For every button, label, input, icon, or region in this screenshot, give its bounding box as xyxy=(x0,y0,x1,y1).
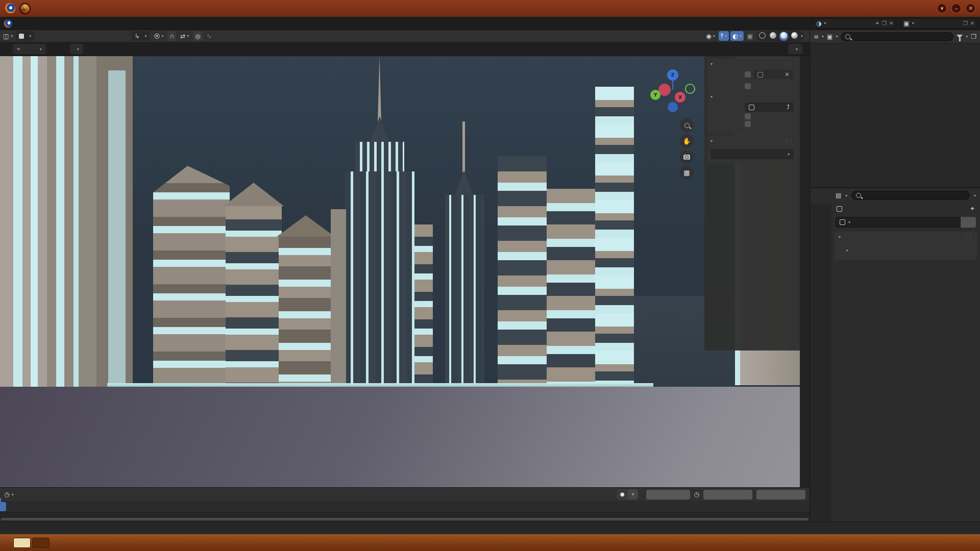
remove-layer-icon[interactable]: ✕ xyxy=(970,20,974,26)
window-menu-button[interactable]: ▾ xyxy=(937,3,947,14)
cursor-panel: ▾⋮⋮ ▾ xyxy=(707,136,797,163)
horizon-ledge xyxy=(107,383,653,387)
shading-material-preview-icon[interactable] xyxy=(779,32,788,41)
lock-3d-cursor-checkbox[interactable] xyxy=(745,113,751,119)
properties-display-icon[interactable]: ▤ xyxy=(836,192,841,199)
local-camera-field[interactable]: ✕ xyxy=(753,70,794,79)
gizmo-neg-y-axis[interactable] xyxy=(685,84,695,94)
timeline-ruler[interactable]: › xyxy=(0,501,810,512)
pan-button[interactable]: ✋ xyxy=(680,134,694,148)
outliner-filter-icon[interactable]: ▣ xyxy=(827,33,832,40)
snap-settings-dropdown[interactable]: ⇄▾ xyxy=(178,31,191,41)
cursor-panel-header[interactable]: ▾⋮⋮ xyxy=(710,138,794,145)
gizmo-neg-z-axis[interactable] xyxy=(668,102,678,112)
pivot-point-dropdown[interactable]: ⦿▾ xyxy=(152,31,165,41)
use-preview-range-icon[interactable]: ◷ xyxy=(694,491,699,498)
workspace-1[interactable] xyxy=(13,538,31,548)
zoom-button[interactable] xyxy=(680,118,694,132)
delta-transform-section[interactable]: ▸ xyxy=(842,245,973,255)
status-bar xyxy=(0,521,980,534)
editor-type-icon[interactable]: ◫ xyxy=(3,33,9,40)
building-far-left xyxy=(0,56,47,388)
sidebar-n-panel: ▾⋮⋮ ✕ ▾ ⤴ xyxy=(704,56,800,350)
unlink-scene-icon[interactable]: ✕ xyxy=(889,20,893,26)
outliner-header: ≡▾ ▣▾ ▾ ❐ xyxy=(810,30,980,43)
properties-search-input[interactable] xyxy=(851,191,970,200)
breadcrumb: ✦ xyxy=(831,203,980,215)
outliner-display-mode-icon[interactable]: ≡ xyxy=(814,33,819,40)
proportional-falloff-icon[interactable]: ∿ xyxy=(205,31,214,41)
users-count-badge[interactable] xyxy=(961,217,976,228)
gizmo-z-axis[interactable]: Z xyxy=(667,69,678,81)
transform-orientation-dropdown[interactable]: ↳ ▾ xyxy=(131,31,150,41)
window-close-button[interactable]: ✕ xyxy=(965,3,976,14)
render-region-checkbox[interactable] xyxy=(745,83,751,89)
building-bright-tower xyxy=(595,87,634,388)
timeline-header: ◷▾ ● ▾ ◷ xyxy=(0,488,810,501)
workspace-2[interactable] xyxy=(32,538,50,548)
tool-settings-bar: ⌖ ▾ ▾ ▾ xyxy=(0,42,810,56)
show-overlays-toggle[interactable]: ◐▾ xyxy=(730,31,744,41)
current-frame-field[interactable] xyxy=(646,490,690,499)
building-cluster-pyramids xyxy=(226,173,333,388)
camera-view-button[interactable] xyxy=(680,150,694,164)
outliner-filter-funnel-icon[interactable] xyxy=(957,35,963,38)
gizmo-x-axis[interactable]: X xyxy=(675,92,685,103)
eyedropper-icon[interactable]: ⤴ xyxy=(787,104,790,111)
scene-selector[interactable]: ◑▾ ✦ ❐ ✕ xyxy=(814,18,896,29)
shading-solid-icon[interactable] xyxy=(769,32,777,41)
properties-editor: ▤▾ ▾ ✦ ▾ ▾⋮⋮ ▸ xyxy=(810,187,980,521)
3d-viewport[interactable]: Z Y X ✋ ▦ ▾⋮⋮ ✕ xyxy=(0,56,810,487)
lock-to-object-field[interactable]: ⤴ xyxy=(745,103,794,112)
pin-icon[interactable]: ✦ xyxy=(875,20,879,26)
auto-keying-record-button[interactable]: ● xyxy=(617,489,628,499)
properties-options-dropdown[interactable]: ▾ xyxy=(974,193,976,198)
view-layer-icon: ▣ xyxy=(903,20,909,27)
auto-keying-dropdown[interactable]: ▾ xyxy=(628,489,638,499)
perspective-toggle-button[interactable]: ▦ xyxy=(680,166,694,180)
view-layer-selector[interactable]: ▣▾ ❐ ✕ xyxy=(901,18,977,29)
new-scene-icon[interactable]: ❐ xyxy=(882,20,887,26)
pin-id-icon[interactable]: ✦ xyxy=(970,205,975,212)
top-menu-bar: ◑▾ ✦ ❐ ✕ ▣▾ ❐ ✕ xyxy=(0,17,980,30)
playhead-line xyxy=(0,498,1,508)
object-name-field[interactable]: ▾ xyxy=(836,217,961,228)
shading-wireframe-icon[interactable] xyxy=(758,32,767,41)
rotation-order-dropdown[interactable]: ▾ xyxy=(710,149,794,159)
options-dropdown[interactable]: ▾ xyxy=(788,44,802,54)
building-left xyxy=(47,56,133,388)
mode-dropdown[interactable]: ▾ xyxy=(16,31,34,41)
new-layer-icon[interactable]: ❐ xyxy=(963,20,968,26)
object-type-visibility-dropdown[interactable]: ◉▾ xyxy=(704,31,717,41)
new-collection-button[interactable]: ❐ xyxy=(971,33,976,40)
outliner: ≡▾ ▣▾ ▾ ❐ xyxy=(810,30,980,187)
local-camera-checkbox[interactable] xyxy=(745,71,751,78)
frame-end-field[interactable] xyxy=(756,490,805,499)
title-bar: ▾ ‒ ✕ xyxy=(0,0,980,17)
drag-setting-dropdown[interactable]: ▾ xyxy=(70,44,83,54)
orientation-axis-icon: ↳ xyxy=(134,33,139,40)
sidebar-tab-strip xyxy=(800,56,810,487)
view-panel-header[interactable]: ▾⋮⋮ xyxy=(710,61,794,68)
snap-toggle[interactable]: ∩ xyxy=(167,31,176,41)
camera-to-view-checkbox[interactable] xyxy=(745,121,751,127)
frame-start-field[interactable] xyxy=(703,490,752,499)
blender-menu-icon[interactable] xyxy=(4,19,12,28)
window-minimize-button[interactable]: ‒ xyxy=(951,3,962,14)
transform-panel-header[interactable]: ▾⋮⋮ xyxy=(839,234,973,241)
scene-icon: ◑ xyxy=(816,20,821,27)
show-gizmo-toggle[interactable]: ⤒▾ xyxy=(719,31,729,41)
proportional-edit-toggle[interactable]: ◎ xyxy=(193,31,202,41)
outliner-search-input[interactable] xyxy=(841,32,953,41)
timeline-editor: ◷▾ ● ▾ ◷ › xyxy=(0,487,810,521)
gizmo-y-axis[interactable]: Y xyxy=(650,90,660,100)
navigation-gizmo[interactable]: Z Y X xyxy=(649,65,696,112)
view-panel: ▾⋮⋮ ✕ ▾ ⤴ xyxy=(707,59,797,133)
building-center-spire xyxy=(331,56,433,388)
timeline-scrollbar[interactable] xyxy=(1,518,808,520)
xray-toggle[interactable]: ▣ xyxy=(745,31,755,41)
shading-rendered-icon[interactable] xyxy=(790,32,799,41)
view-lock-header[interactable]: ▾ xyxy=(710,93,794,101)
timeline-editor-icon[interactable]: ◷ xyxy=(4,491,9,498)
orientation-setting-dropdown[interactable]: ⌖ ▾ xyxy=(13,44,46,54)
